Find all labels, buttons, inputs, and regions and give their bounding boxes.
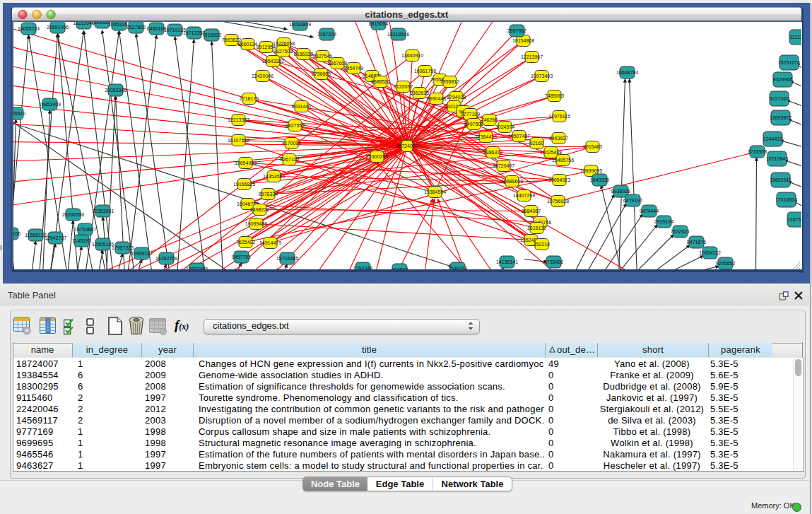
svg-text:19166825: 19166825 — [233, 181, 254, 186]
svg-text:9827552: 9827552 — [285, 122, 304, 127]
svg-text:17016504: 17016504 — [775, 197, 796, 201]
svg-text:10507487: 10507487 — [507, 133, 529, 138]
svg-text:8267110: 8267110 — [280, 156, 299, 161]
svg-text:20206556: 20206556 — [61, 211, 83, 216]
svg-text:8756685: 8756685 — [311, 71, 330, 76]
svg-text:984507: 984507 — [391, 267, 407, 269]
svg-text:13226058: 13226058 — [272, 40, 294, 45]
svg-text:6794028: 6794028 — [446, 94, 465, 99]
svg-text:2626510: 2626510 — [13, 110, 25, 115]
svg-text:12213383: 12213383 — [227, 117, 249, 122]
svg-text:12093872: 12093872 — [769, 115, 791, 119]
svg-text:2718179: 2718179 — [239, 95, 258, 100]
svg-text:1112386: 1112386 — [789, 34, 801, 39]
svg-text:22420046: 22420046 — [251, 73, 273, 78]
svg-text:8813054: 8813054 — [368, 22, 387, 26]
svg-text:2935134: 2935134 — [654, 218, 673, 223]
svg-text:16961758: 16961758 — [413, 68, 435, 73]
svg-text:10756928: 10756928 — [546, 198, 568, 203]
svg-text:9474444: 9474444 — [639, 208, 658, 213]
svg-text:1292348: 1292348 — [353, 265, 372, 269]
svg-text:19753887: 19753887 — [73, 226, 95, 231]
svg-text:15692911: 15692911 — [770, 177, 792, 182]
svg-text:6497508: 6497508 — [464, 121, 483, 126]
svg-text:1640935: 1640935 — [589, 177, 608, 182]
svg-text:1362615: 1362615 — [409, 90, 428, 95]
svg-text:8660124: 8660124 — [237, 41, 257, 46]
svg-text:16782759: 16782759 — [155, 255, 177, 260]
svg-text:9463627: 9463627 — [548, 135, 567, 140]
svg-text:9777109: 9777109 — [460, 111, 479, 116]
svg-text:1615132: 1615132 — [526, 225, 546, 230]
svg-text:746266: 746266 — [481, 117, 497, 122]
svg-text:7386372: 7386372 — [483, 149, 502, 154]
svg-text:19384554: 19384554 — [423, 189, 445, 194]
svg-text:7485063: 7485063 — [544, 93, 563, 98]
svg-text:14136141: 14136141 — [495, 259, 517, 264]
svg-text:15716485: 15716485 — [276, 255, 298, 260]
svg-text:8578334: 8578334 — [258, 191, 277, 196]
svg-text:12975115: 12975115 — [548, 113, 570, 118]
svg-text:8471676: 8471676 — [686, 239, 705, 244]
svg-text:9015460: 9015460 — [582, 144, 601, 148]
svg-text:12942737: 12942737 — [44, 235, 66, 240]
svg-text:10973493: 10973493 — [530, 73, 552, 78]
svg-text:62160: 62160 — [529, 140, 543, 145]
svg-text:10543382: 10543382 — [261, 58, 283, 63]
svg-text:10699695: 10699695 — [579, 168, 601, 173]
svg-text:16033809: 16033809 — [288, 22, 310, 27]
svg-text:10958117: 10958117 — [131, 250, 153, 255]
svg-text:17957223: 17957223 — [111, 245, 133, 250]
svg-text:9227342: 9227342 — [769, 95, 788, 100]
svg-text:1548763: 1548763 — [447, 265, 466, 269]
svg-text:10688609: 10688609 — [500, 178, 522, 183]
svg-text:27364436: 27364436 — [474, 134, 496, 139]
svg-text:15751074: 15751074 — [777, 59, 799, 64]
svg-text:8122037: 8122037 — [393, 83, 412, 88]
svg-text:18407299: 18407299 — [512, 192, 534, 197]
svg-text:8186328: 8186328 — [293, 51, 312, 56]
svg-text:6479197: 6479197 — [623, 197, 642, 202]
svg-text:12505135: 12505135 — [91, 241, 113, 246]
svg-text:1167534: 1167534 — [787, 216, 801, 221]
svg-text:3915166: 3915166 — [13, 230, 20, 235]
svg-text:13495756: 13495756 — [551, 157, 573, 162]
svg-text:14914479: 14914479 — [259, 240, 281, 245]
svg-text:18724007: 18724007 — [396, 143, 418, 148]
svg-text:7357224: 7357224 — [317, 31, 336, 36]
svg-text:14353584: 14353584 — [262, 173, 284, 178]
svg-text:16107552: 16107552 — [227, 137, 249, 142]
svg-text:3024574: 3024574 — [495, 124, 514, 129]
svg-text:19218506: 19218506 — [387, 31, 408, 36]
svg-text:16099489: 16099489 — [245, 221, 266, 226]
svg-text:8990448: 8990448 — [426, 95, 445, 100]
svg-text:20691406: 20691406 — [46, 24, 68, 29]
svg-text:9884067: 9884067 — [521, 208, 540, 213]
svg-text:9245652: 9245652 — [715, 260, 734, 265]
svg-text:7632621: 7632621 — [670, 228, 689, 233]
svg-text:10025438: 10025438 — [539, 149, 561, 154]
svg-text:2687682: 2687682 — [507, 28, 526, 33]
svg-text:9329966: 9329966 — [772, 76, 792, 81]
svg-text:1145193: 1145193 — [72, 238, 91, 243]
svg-text:252214: 252214 — [533, 241, 549, 246]
svg-text:19654983: 19654983 — [234, 160, 256, 165]
svg-text:2367608: 2367608 — [327, 60, 346, 65]
svg-text:1733426: 1733426 — [543, 259, 563, 264]
svg-text:10154808: 10154808 — [512, 37, 534, 42]
svg-text:11568123: 11568123 — [25, 232, 47, 237]
svg-text:25300295: 25300295 — [365, 153, 387, 158]
svg-text:7625402: 7625402 — [235, 239, 254, 244]
svg-text:1527602: 1527602 — [126, 24, 145, 29]
svg-text:9327503: 9327503 — [273, 48, 292, 53]
svg-text:16853409: 16853409 — [38, 101, 60, 106]
svg-text:1588520: 1588520 — [370, 78, 389, 83]
svg-text:15720407: 15720407 — [492, 163, 514, 168]
svg-text:12353991: 12353991 — [91, 208, 113, 213]
svg-text:1244419: 1244419 — [763, 136, 782, 141]
svg-text:16648784: 16648784 — [616, 69, 637, 74]
svg-text:10654112: 10654112 — [699, 250, 721, 255]
svg-text:1498222: 1498222 — [249, 206, 269, 211]
svg-text:9327546: 9327546 — [312, 53, 331, 58]
svg-text:4170090: 4170090 — [281, 140, 300, 145]
